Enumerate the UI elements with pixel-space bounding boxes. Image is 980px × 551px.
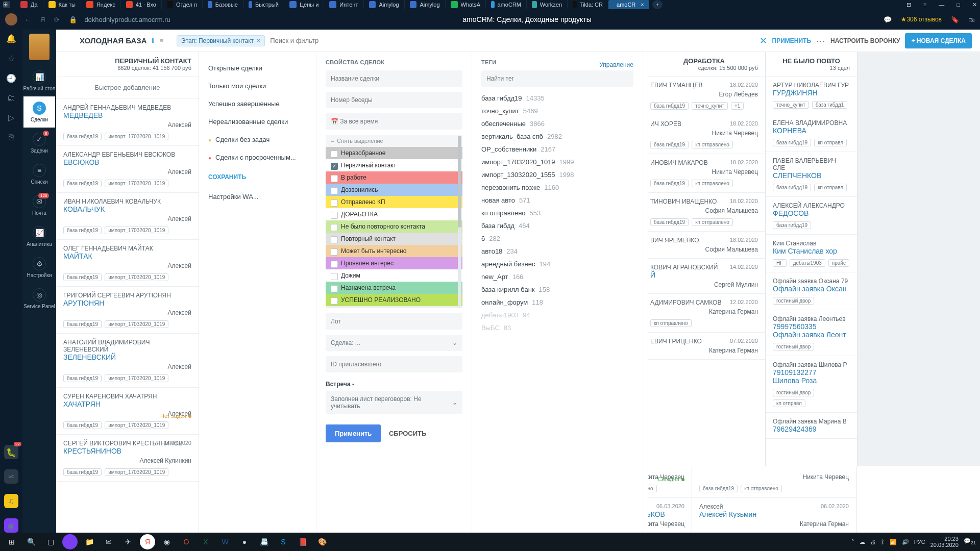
- music-ext[interactable]: ♫: [4, 494, 18, 508]
- preset-no-tasks[interactable]: Сделки без задач: [208, 131, 307, 148]
- tune-pipeline-button[interactable]: НАСТРОИТЬ ВОРОНКУ: [830, 37, 900, 44]
- bookmark-icon[interactable]: 🔖: [951, 16, 959, 23]
- browser-tab[interactable]: Яндекс: [81, 0, 121, 9]
- tray-clock[interactable]: 20:23 20.03.2020: [930, 536, 959, 548]
- tag-option[interactable]: ВыБС83: [481, 321, 633, 334]
- task-word[interactable]: W: [217, 534, 233, 549]
- deal-card[interactable]: 17.03.2020СЕРГЕЙ ВИКТОРОВИЧ КРЕСТЬЯНИНОВ…: [56, 435, 199, 482]
- share-icon[interactable]: ⎘: [9, 133, 14, 142]
- reset-button[interactable]: СБРОСИТЬ: [389, 430, 426, 437]
- tag-option[interactable]: вертикаль_база спб2982: [481, 130, 633, 143]
- stage-option[interactable]: Не было повторного контакта: [326, 220, 462, 233]
- chat-number-input[interactable]: [326, 92, 462, 108]
- worm-ext[interactable]: 🐛: [4, 445, 18, 459]
- task-opera[interactable]: O: [179, 534, 194, 549]
- reviews-badge[interactable]: ★306 отзывов: [901, 16, 942, 23]
- chat-icon[interactable]: 💬: [884, 16, 892, 23]
- tray-notifications[interactable]: 💬21: [964, 538, 976, 545]
- tabs-icon[interactable]: 🗂: [7, 93, 15, 103]
- browser-tab[interactable]: amoCR×: [608, 0, 649, 9]
- task-telegram[interactable]: ✈: [120, 534, 136, 549]
- tag-option[interactable]: онлайн_форум118: [481, 296, 633, 309]
- inviter-id-input[interactable]: [326, 356, 462, 372]
- tray-up[interactable]: ˄: [851, 539, 854, 545]
- task-calc[interactable]: 📇: [256, 534, 272, 549]
- deal-name-input[interactable]: [326, 70, 462, 87]
- deal-card[interactable]: 18.02.2020ТИНОВИЧ ИВАЩЕНКОСофия Малышева…: [643, 193, 765, 232]
- find-tag-input[interactable]: [481, 70, 633, 87]
- stage-option[interactable]: Назначена встреча: [326, 282, 462, 294]
- reload-icon[interactable]: ⟳: [54, 16, 60, 23]
- preset-mine[interactable]: Только мои сделки: [208, 77, 307, 95]
- period-select[interactable]: 📅 За все время: [326, 113, 462, 130]
- browser-tab[interactable]: amoCRM: [486, 0, 527, 9]
- wa-settings[interactable]: Настройки WA...: [208, 188, 307, 206]
- rail-item-Service Panel[interactable]: ◎Service Panel: [23, 283, 56, 314]
- browser-tab[interactable]: WhatsA: [446, 0, 486, 9]
- preset-success[interactable]: Успешно завершенные: [208, 95, 307, 113]
- browser-tab[interactable]: Быстрый: [243, 0, 284, 9]
- more-icon[interactable]: ⋯: [816, 35, 825, 46]
- rail-item-Списки[interactable]: ≡Списки: [23, 159, 56, 190]
- list-icon[interactable]: ≡: [159, 37, 163, 44]
- tag-option[interactable]: перезвонить позже1160: [481, 181, 633, 194]
- browser-tab[interactable]: Цены и: [284, 0, 324, 9]
- browser-tab[interactable]: Отдел п: [162, 0, 203, 9]
- tag-option[interactable]: новая авто571: [481, 194, 633, 207]
- manage-tags-link[interactable]: Управление: [599, 61, 633, 68]
- preset-open[interactable]: Открытые сделки: [208, 59, 307, 77]
- deal-card[interactable]: ЕЛЕНА ВЛАДИМИРОВНАКОРНЕВАбаза гибдд19кп …: [766, 114, 857, 152]
- deal-card[interactable]: Ким СтаниславКим Станислав хорНГдебаты19…: [766, 235, 857, 272]
- talk-sheet-select[interactable]: Заполнен лист переговоров: Не учитывать⌄: [326, 391, 462, 414]
- task-explorer[interactable]: 📁: [82, 534, 97, 549]
- tag-option[interactable]: авто18234: [481, 245, 633, 258]
- deal-card[interactable]: ИВАН НИКОЛАЕВИЧ КОВАЛЬЧУККОВАЛЬЧУКАлексе…: [56, 193, 199, 240]
- lot-input[interactable]: [326, 313, 462, 330]
- rail-item-Настройки[interactable]: ⚙Настройки: [23, 252, 56, 283]
- bell-icon[interactable]: 🔔: [6, 34, 16, 43]
- deal-card[interactable]: АНДРЕЙ ГЕННАДЬЕВИЧ МЕДВЕДЕВМЕДВЕДЕВАлекс…: [56, 99, 199, 146]
- tag-option[interactable]: импорт_13032020_15551998: [481, 168, 633, 181]
- scrollbar-thumb[interactable]: [458, 136, 461, 228]
- tag-option[interactable]: база гибдд464: [481, 219, 633, 232]
- task-search[interactable]: 🔍: [23, 534, 39, 549]
- tag-option[interactable]: дебаты190394: [481, 309, 633, 321]
- new-deal-button[interactable]: + НОВАЯ СДЕЛКА: [905, 33, 972, 48]
- deal-card[interactable]: 18.02.2020ЕВИЧ ТУМАНЦЕВЕгор Лебедевбаза …: [643, 77, 765, 115]
- back-icon[interactable]: ←: [24, 16, 31, 23]
- task-q[interactable]: ●: [237, 534, 252, 549]
- close-filter-icon[interactable]: ✕: [760, 35, 767, 46]
- deal-card[interactable]: АРТУР НИКОЛАЕВИЧ ГУРГУРДЖИНЯНточно_купит…: [766, 77, 857, 114]
- deal-card[interactable]: Офлайн заявка Шилова Р79109132277Шилова …: [766, 356, 857, 413]
- alice-ext[interactable]: ◉: [4, 518, 18, 533]
- browser-tab[interactable]: 41 · Вхо: [121, 0, 162, 9]
- stage-multiselect[interactable]: –Снять выделение НеразобранноеПервичный …: [326, 135, 462, 308]
- apply-filter-button[interactable]: ПРИМЕНИТЬ: [772, 37, 812, 44]
- avatar[interactable]: [5, 13, 17, 26]
- tag-option[interactable]: база кирилл банк158: [481, 283, 633, 296]
- tag-option[interactable]: 6282: [481, 232, 633, 245]
- browser-tab[interactable]: Да: [15, 0, 43, 9]
- task-yandex[interactable]: Я: [140, 534, 155, 549]
- stage-option[interactable]: ДОРАБОТКА: [326, 208, 462, 220]
- browser-tab[interactable]: Workzen: [527, 0, 568, 9]
- yandex-icon[interactable]: Я: [40, 16, 45, 23]
- browser-tab[interactable]: Интент: [324, 0, 363, 9]
- rail-item-Сделки[interactable]: SСделки: [23, 96, 56, 128]
- tag-option[interactable]: база гибдд1914335: [481, 92, 633, 105]
- deal-card[interactable]: 06.02.2020АлексейАлексей КузьминКатерина…: [692, 498, 856, 533]
- wz-ext[interactable]: wz: [4, 469, 18, 484]
- deal-card[interactable]: 18.02.2020ИЧ ХОРЕВНикита Черевецбаза гиб…: [643, 115, 765, 154]
- deal-card[interactable]: СУРЕН КАРЕНОВИЧ ХАЧАТРЯНХАЧАТРЯННет зада…: [56, 388, 199, 435]
- filter-chip-stage[interactable]: Этап: Первичный контакт ×: [177, 35, 265, 46]
- deal-card[interactable]: 07.02.2020ЕВИЧ ГРИЦЕНКОКатерина Герман: [643, 333, 765, 360]
- search-input[interactable]: [270, 37, 362, 44]
- rail-item-Рабочий стол[interactable]: 📊Рабочий стол: [23, 65, 56, 96]
- deal-card[interactable]: Офлайн заявка Леонтьев79997560335Офлайн …: [766, 310, 857, 356]
- tag-option[interactable]: кп отправлено553: [481, 207, 633, 219]
- browser-tab[interactable]: Aimylog: [364, 0, 405, 9]
- deal-card[interactable]: ОЛЕГ ГЕННАДЬЕВИЧ МАЙТАКМАЙТАКАлексейбаза…: [56, 240, 199, 287]
- task-chrome[interactable]: ◉: [159, 534, 175, 549]
- rail-item-Почта[interactable]: ✉Почта126: [23, 190, 56, 221]
- tray-print[interactable]: 🖨: [870, 539, 876, 545]
